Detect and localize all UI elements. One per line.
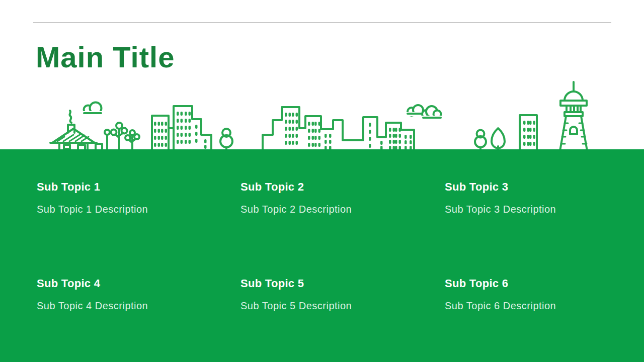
subtopic-4-heading: Sub Topic 4 — [37, 277, 233, 291]
tree-icon — [111, 123, 140, 149]
subtopic-5-heading: Sub Topic 5 — [240, 277, 437, 291]
header-divider-line — [33, 22, 611, 23]
subtopic-2: Sub Topic 2 Sub Topic 2 Description — [240, 180, 437, 216]
subtopic-3-heading: Sub Topic 3 — [445, 180, 641, 194]
cityscape-illustration — [0, 80, 644, 149]
tree-icon — [220, 129, 232, 149]
house-icon — [50, 111, 102, 149]
subtopic-6-heading: Sub Topic 6 — [445, 277, 641, 291]
lighthouse-icon — [560, 82, 587, 149]
subtopic-2-description: Sub Topic 2 Description — [240, 203, 437, 216]
subtopic-4-description: Sub Topic 4 Description — [37, 299, 233, 312]
subtopic-1: Sub Topic 1 Sub Topic 1 Description — [37, 180, 233, 216]
subtopic-5-description: Sub Topic 5 Description — [240, 299, 437, 312]
tree-icon — [475, 128, 505, 149]
subtopic-6-description: Sub Topic 6 Description — [445, 299, 641, 312]
tree-icon — [105, 130, 110, 149]
slide-title: Main Title — [36, 41, 175, 73]
cloud-icon — [82, 103, 103, 116]
subtopic-2-heading: Sub Topic 2 — [240, 180, 437, 194]
subtopic-3: Sub Topic 3 Sub Topic 3 Description — [445, 180, 641, 216]
subtopic-1-description: Sub Topic 1 Description — [37, 203, 233, 216]
cloud-icon — [406, 105, 442, 120]
building-icon — [152, 106, 211, 149]
subtopic-4: Sub Topic 4 Sub Topic 4 Description — [37, 277, 233, 312]
building-icon — [263, 107, 414, 149]
subtopic-3-description: Sub Topic 3 Description — [445, 203, 641, 216]
building-icon — [520, 115, 537, 149]
subtopic-5: Sub Topic 5 Sub Topic 5 Description — [240, 277, 437, 312]
green-content-band: Sub Topic 1 Sub Topic 1 Description Sub … — [0, 149, 644, 362]
subtopic-1-heading: Sub Topic 1 — [37, 180, 233, 194]
subtopic-6: Sub Topic 6 Sub Topic 6 Description — [445, 277, 641, 312]
